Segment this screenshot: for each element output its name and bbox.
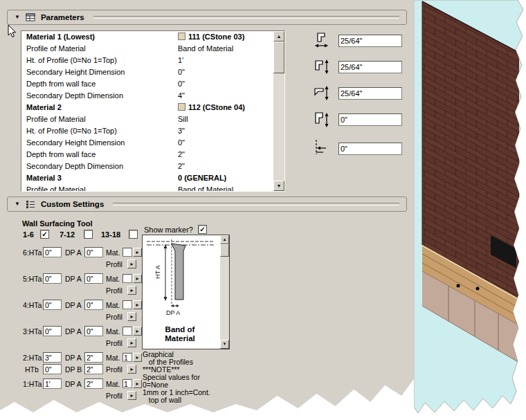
mat-label: Mat. (106, 301, 120, 309)
scrollbar-thumb[interactable] (273, 42, 284, 73)
param-value[interactable]: 0" (178, 66, 185, 78)
parameters-panel-header[interactable]: ▼ Parameters (7, 10, 407, 25)
mouse-cursor (8, 25, 17, 39)
scrollbar-thumb[interactable] (220, 244, 229, 257)
dp-input[interactable] (84, 300, 103, 310)
parameter-list-scrollbar[interactable]: ▲ ▼ (273, 31, 284, 191)
param-label: Depth from wall face (26, 80, 96, 88)
dim-input-1[interactable] (338, 35, 402, 47)
preview-caption-line1: Band of (143, 325, 217, 334)
dp-input[interactable] (84, 247, 103, 257)
dpb-input[interactable] (84, 364, 103, 374)
mat-flyout-button[interactable]: ▸ (133, 379, 142, 388)
dim-input-2[interactable] (338, 61, 402, 73)
scroll-up-icon: ▲ (277, 34, 282, 39)
param-value[interactable]: 3" (178, 125, 185, 137)
3d-preview-viewport[interactable] (414, 0, 526, 420)
mat-flyout-button[interactable]: ▸ (133, 327, 142, 336)
param-value[interactable]: 112 (CStone 04) (178, 102, 245, 113)
profil-label: Profil (106, 365, 123, 374)
ht-input[interactable] (43, 352, 62, 363)
param-label: Secondary Height Dimension (26, 138, 125, 147)
dim-input-5[interactable] (338, 143, 402, 155)
flyout-icon: ▸ (130, 366, 133, 372)
table-row: Profile of MaterialBand of Material (21, 184, 284, 192)
band-row-5: 5:HTa DP A Mat. ▸ Profil ▸ (0, 273, 152, 298)
param-value[interactable]: Band of Material (178, 43, 233, 55)
scroll-down-button[interactable]: ▼ (273, 181, 284, 191)
mat-input[interactable] (123, 274, 132, 283)
table-row: Ht. of Profile (0=No 1=Top)1' (21, 55, 284, 66)
note-line: top of wall (143, 396, 210, 404)
htb-input[interactable] (43, 364, 62, 374)
profil-flyout-button[interactable]: ▸ (127, 286, 136, 295)
mat-input[interactable] (123, 248, 132, 257)
mat-label: Mat. (106, 327, 120, 336)
ht-input[interactable] (43, 326, 62, 336)
scroll-down-button[interactable]: ▼ (220, 340, 229, 349)
param-value[interactable]: 1' (178, 55, 183, 66)
ht-input[interactable] (43, 273, 62, 284)
scroll-up-button[interactable]: ▲ (273, 31, 284, 42)
table-row: Secondary Depth Dimension4" (21, 90, 284, 102)
profil-flyout-button[interactable]: ▸ (127, 338, 136, 347)
range-checkbox-7-12[interactable] (84, 230, 93, 239)
mat-input[interactable] (123, 379, 132, 388)
custom-settings-panel-header[interactable]: ▼ Custom Settings (7, 197, 407, 212)
dp-input[interactable] (84, 326, 103, 336)
dp-input[interactable] (84, 378, 103, 389)
profil-flyout-button[interactable]: ▸ (127, 312, 136, 321)
dp-label: DP A (65, 248, 82, 257)
preview-scrollbar[interactable]: ▲ ▼ (220, 235, 229, 349)
ht-input[interactable] (43, 378, 62, 389)
profile-height-dim-icon (312, 57, 331, 76)
show-marker-checkbox[interactable]: ✓ (198, 225, 207, 234)
band-row-label: 3:HTa (23, 327, 42, 336)
dim-input-4[interactable] (338, 113, 402, 126)
param-value[interactable]: Band of Material (178, 184, 233, 192)
profil-flyout-button[interactable]: ▸ (127, 365, 136, 374)
scroll-up-button[interactable]: ▲ (220, 235, 229, 244)
range-checkbox-1-6[interactable]: ✓ (40, 230, 49, 239)
mat-input[interactable] (123, 300, 132, 309)
param-value[interactable]: 0 (GENERAL) (178, 172, 226, 184)
dp-input[interactable] (84, 273, 103, 284)
ht-input[interactable] (43, 300, 62, 310)
flyout-icon: ▸ (136, 328, 138, 334)
param-value[interactable]: 4" (178, 90, 185, 102)
dp-label: DP A (65, 380, 82, 388)
param-value[interactable]: 0" (178, 137, 185, 149)
range-checkbox-13-18[interactable] (129, 230, 138, 239)
param-label: Profile of Material (26, 185, 86, 192)
profil-flyout-button[interactable]: ▸ (127, 391, 136, 400)
mat-flyout-button[interactable]: ▸ (133, 274, 142, 283)
param-value[interactable]: 0" (178, 78, 185, 90)
range-label-13-18: 13-18 (101, 230, 120, 239)
profil-label: Profil (106, 392, 123, 400)
screenshot-root: ▼ Parameters Material 1 (Lowest)111 (CSt… (0, 0, 526, 420)
header-divider (93, 16, 399, 19)
param-value[interactable]: 2" (178, 161, 185, 172)
profile-preview-drawing: HT A DP A (143, 236, 219, 323)
profil-flyout-button[interactable]: ▸ (127, 259, 136, 268)
mat-label: Mat. (106, 380, 120, 388)
param-value[interactable]: 111 (CStone 03) (178, 31, 244, 43)
mat-input[interactable] (123, 353, 132, 362)
mat-label: Mat. (106, 248, 120, 257)
flyout-icon: ▸ (130, 261, 133, 267)
show-marker-label: Show marker? (144, 226, 193, 234)
mat-flyout-button[interactable]: ▸ (133, 300, 142, 309)
collapse-arrow-icon[interactable]: ▼ (15, 15, 20, 20)
ht-input[interactable] (43, 247, 62, 257)
ht-axis-label: HT A (154, 265, 161, 279)
collapse-arrow-icon[interactable]: ▼ (15, 201, 20, 207)
dp-input[interactable] (84, 352, 103, 363)
tool-title: Wall Surfacing Tool (22, 219, 92, 228)
mat-input[interactable] (123, 327, 132, 336)
material-swatch (178, 103, 185, 111)
param-value[interactable]: 2" (178, 149, 185, 161)
dim-input-3[interactable] (338, 87, 402, 100)
mat-flyout-button[interactable]: ▸ (133, 353, 142, 362)
mat-flyout-button[interactable]: ▸ (133, 248, 142, 257)
param-value[interactable]: Sill (178, 113, 188, 125)
